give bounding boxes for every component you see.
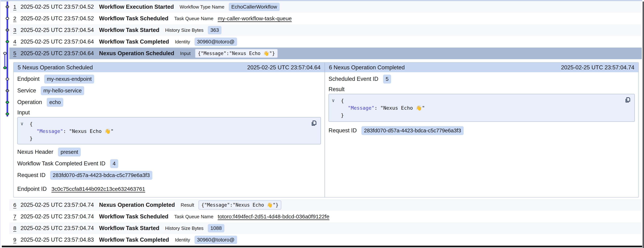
- history-size-chip: 1088: [208, 224, 224, 232]
- json-open-brace: {: [21, 120, 317, 128]
- json-line: "Message": "Nexus Echo 👋": [21, 128, 317, 135]
- json-key: "Message": [348, 105, 374, 111]
- timeline-dot-event-1: [6, 5, 9, 8]
- event-id-link[interactable]: 6: [13, 202, 20, 208]
- timeline-dot-event-4: [6, 40, 9, 43]
- timeline-dot-event-10: [6, 113, 9, 115]
- event-id-link[interactable]: 4: [13, 39, 20, 45]
- event-name: Nexus Operation Scheduled: [99, 50, 174, 57]
- field-label: Operation: [17, 99, 42, 105]
- field-label: Request ID: [17, 172, 46, 179]
- nexus-scheduled-panel: 5 Nexus Operation Scheduled 2025-02-25 U…: [14, 63, 325, 197]
- event-timestamp: 2025-02-25 UTC 23:57:04.54: [20, 27, 99, 33]
- attr-label: Identity: [175, 39, 190, 45]
- request-id-chip: 283fd070-d57a-4423-bdca-c5c779e6a3f3: [50, 171, 152, 180]
- panel-title: 5 Nexus Operation Scheduled: [18, 64, 93, 71]
- field-label: Endpoint ID: [17, 186, 47, 192]
- task-queue-link[interactable]: my-caller-workflow-task-queue: [218, 15, 292, 22]
- event-history-list: 1 2025-02-25 UTC 23:57:04.52 Workflow Ex…: [9, 1, 642, 59]
- event-name: Workflow Task Started: [99, 225, 159, 232]
- event-id-link[interactable]: 9: [13, 237, 20, 243]
- event-row-7[interactable]: 7 2025-02-25 UTC 23:57:04.74 Workflow Ta…: [9, 211, 642, 223]
- event-id-link[interactable]: 2: [13, 15, 20, 22]
- event-row-1[interactable]: 1 2025-02-25 UTC 23:57:04.52 Workflow Ex…: [9, 1, 642, 13]
- event-row-5-selected[interactable]: 5 2025-02-25 UTC 23:57:04.64 Nexus Opera…: [9, 47, 642, 59]
- event-id-link[interactable]: 5: [13, 50, 20, 56]
- nexus-header-chip: present: [58, 148, 81, 157]
- event-row-6[interactable]: 6 2025-02-25 UTC 23:57:04.74 Nexus Opera…: [9, 199, 642, 211]
- copy-icon[interactable]: [310, 120, 317, 127]
- attr-label: Input: [180, 51, 190, 56]
- panel-header[interactable]: 5 Nexus Operation Scheduled 2025-02-25 U…: [14, 63, 324, 72]
- field-label: Service: [17, 87, 36, 94]
- input-json-block: ∨ { "Message": "Nexus Echo 👋" }: [17, 117, 321, 144]
- event-name: Workflow Task Started: [99, 27, 159, 33]
- attr-label: Workflow Type Name: [180, 4, 224, 10]
- chevron-down-icon[interactable]: ∨: [20, 120, 24, 127]
- endpoint-id-link[interactable]: 3c0c75ccfa8144b092c13ce632463761: [52, 186, 145, 192]
- scheduled-event-id-chip: 5: [383, 75, 391, 83]
- request-id-chip: 283fd070-d57a-4423-bdca-c5c779e6a3f3: [362, 126, 464, 135]
- event-id-link[interactable]: 1: [13, 4, 20, 10]
- vertical-scrollbar[interactable]: [642, 1, 644, 248]
- event-id-link[interactable]: 7: [13, 214, 20, 220]
- event-timestamp: 2025-02-25 UTC 23:57:04.74: [20, 225, 99, 232]
- field-label: Request ID: [328, 127, 357, 134]
- history-size-chip: 363: [208, 26, 222, 34]
- panel-timestamp: 2025-02-25 UTC 23:57:04.74: [561, 64, 634, 71]
- workflow-type-chip: EchoCallerWorkflow: [229, 3, 280, 11]
- json-line: "Message": "Nexus Echo 👋": [332, 104, 631, 112]
- attr-label: History Size Bytes: [165, 226, 204, 231]
- result-json-block: ∨ { "Message": "Nexus Echo 👋" }: [328, 94, 635, 122]
- task-queue-link[interactable]: totoro:f494fecf-2d51-4d48-bdcd-036a0f912…: [218, 214, 330, 220]
- json-value: "Nexus Echo 👋": [69, 128, 114, 134]
- event-row-2[interactable]: 2 2025-02-25 UTC 23:57:04.52 Workflow Ta…: [9, 13, 642, 24]
- event-timestamp: 2025-02-25 UTC 23:57:04.52: [20, 4, 99, 10]
- event-name: Workflow Execution Started: [99, 4, 174, 10]
- timeline-dot-event-7: [6, 78, 9, 80]
- operation-chip: echo: [47, 98, 63, 107]
- event-detail-panels: 5 Nexus Operation Scheduled 2025-02-25 U…: [13, 62, 639, 198]
- event-timestamp: 2025-02-25 UTC 23:57:04.83: [20, 237, 99, 243]
- input-label: Input: [17, 108, 321, 117]
- panel-body: Endpoint my-nexus-endpoint Service my-he…: [14, 72, 324, 195]
- json-value: "Nexus Echo 👋": [380, 105, 425, 111]
- timeline-dot-event-5: [3, 52, 7, 55]
- event-timestamp: 2025-02-25 UTC 23:57:04.74: [20, 202, 99, 208]
- event-timestamp: 2025-02-25 UTC 23:57:04.74: [20, 213, 99, 220]
- field-label: Scheduled Event ID: [328, 76, 378, 82]
- section-divider-bar: [2, 246, 642, 247]
- panel-timestamp: 2025-02-25 UTC 23:57:04.64: [247, 64, 320, 71]
- copy-icon[interactable]: [624, 96, 631, 104]
- event-id-link[interactable]: 3: [13, 27, 20, 33]
- event-name: Workflow Task Completed: [99, 38, 169, 45]
- event-history-list-continued: 6 2025-02-25 UTC 23:57:04.74 Nexus Opera…: [9, 199, 642, 246]
- event-timestamp: 2025-02-25 UTC 23:57:04.64: [20, 38, 99, 45]
- attr-label: Task Queue Name: [174, 214, 213, 220]
- nexus-completed-panel: 6 Nexus Operation Completed 2025-02-25 U…: [325, 63, 638, 197]
- field-label: Workflow Task Completed Event ID: [17, 160, 106, 167]
- attr-label: History Size Bytes: [165, 27, 204, 33]
- json-close-brace: }: [21, 135, 317, 142]
- timeline-dot-event-3: [6, 29, 9, 31]
- event-id-link[interactable]: 8: [13, 225, 20, 231]
- event-timestamp: 2025-02-25 UTC 23:57:04.52: [20, 15, 99, 22]
- panel-header[interactable]: 6 Nexus Operation Completed 2025-02-25 U…: [325, 63, 638, 72]
- event-row-4[interactable]: 4 2025-02-25 UTC 23:57:04.64 Workflow Ta…: [9, 36, 642, 47]
- timeline-dot-event-2: [6, 17, 9, 20]
- field-label: Nexus Header: [17, 149, 53, 155]
- json-close-brace: }: [332, 112, 631, 119]
- event-timestamp: 2025-02-25 UTC 23:57:04.64: [20, 50, 99, 57]
- chevron-down-icon[interactable]: ∨: [332, 97, 335, 104]
- page-left-border: [0, 0, 0, 248]
- timeline-dot-event-9: [6, 101, 9, 104]
- attr-label: Identity: [175, 237, 190, 243]
- event-name: Workflow Task Scheduled: [99, 213, 168, 220]
- event-row-3[interactable]: 3 2025-02-25 UTC 23:57:04.54 Workflow Ta…: [9, 24, 642, 36]
- event-name: Nexus Operation Completed: [99, 202, 175, 208]
- input-json-chip: {"Message":"Nexus Echo 👋"}: [195, 49, 278, 58]
- event-row-8[interactable]: 8 2025-02-25 UTC 23:57:04.74 Workflow Ta…: [9, 223, 642, 234]
- json-open-brace: {: [332, 97, 631, 104]
- identity-chip: 30960@totoro@: [194, 236, 237, 244]
- event-row-9[interactable]: 9 2025-02-25 UTC 23:57:04.83 Workflow Ta…: [9, 234, 642, 246]
